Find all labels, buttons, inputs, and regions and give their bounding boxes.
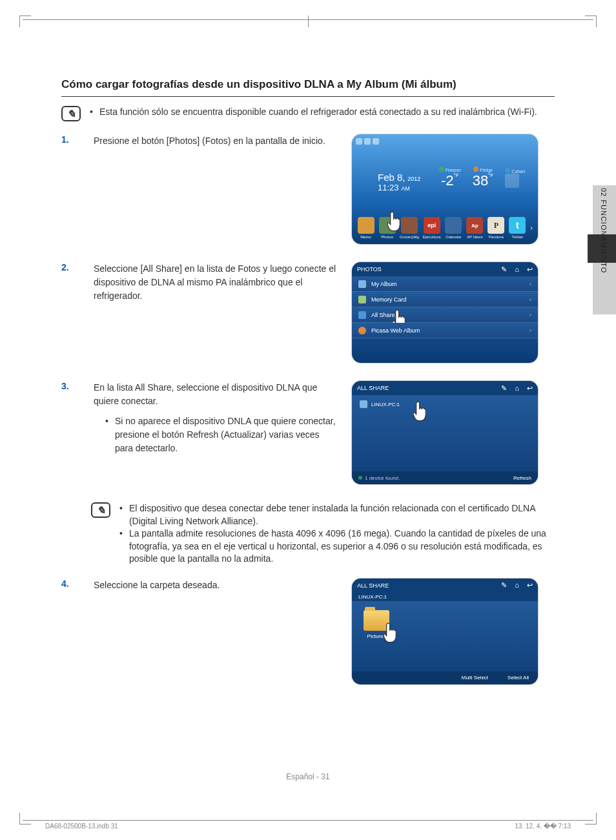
edit-icon: ✎ [501, 265, 507, 274]
step-number: 2. [61, 262, 81, 272]
multi-select-button[interactable]: Multi Select [462, 675, 488, 681]
status-dot-icon [358, 476, 362, 480]
panel-title: ALL SHARE [357, 582, 389, 589]
edit-icon: ✎ [501, 581, 507, 589]
refresh-button[interactable]: Refresh [513, 475, 531, 481]
page-number: Español - 31 [23, 772, 593, 781]
grocery-icon [401, 217, 418, 234]
step-number: 3. [61, 381, 81, 391]
allshare-icon [358, 311, 366, 319]
sdcard-icon [358, 296, 366, 303]
step-subtext: Si no aparece el dispositivo DNLA que qu… [115, 415, 339, 455]
device-label: LINUX-PC:1 [371, 402, 400, 407]
doc-timestamp: 13. 12. 4. �� 7:13 [515, 823, 571, 830]
time: 11:23 [378, 183, 399, 192]
year: 2012 [407, 176, 420, 182]
home-icon: ⌂ [515, 384, 519, 393]
back-icon: ↩ [527, 581, 533, 589]
note-text: Esta función sólo se encuentra disponibl… [99, 106, 537, 119]
back-icon: ↩ [527, 384, 533, 393]
folder-label: Pictures [364, 633, 389, 639]
screenshot-home: Feb 8, 2012 11:23 AM Freezer -2°F Fridge… [352, 134, 538, 244]
step-text: Presione el botón [Photos] (Fotos) en la… [94, 134, 339, 148]
screenshot-photos-list: PHOTOS ✎ ⌂ ↩ My Album› Memory Card› All … [352, 262, 538, 363]
note-text: El dispositivo que desea conectar debe t… [129, 502, 555, 528]
album-icon [358, 280, 366, 288]
panel-title: ALL SHARE [357, 385, 389, 391]
fridge-label: Fridge [480, 168, 493, 172]
breadcrumb: LINUX-PC:1 [352, 593, 538, 601]
apnews-icon: Ap [466, 217, 483, 234]
chevron-right-icon: › [530, 223, 533, 232]
side-tab-label: 02 FUNCIONAMIENTO [594, 188, 613, 312]
memo-icon [358, 217, 375, 234]
screenshot-allshare-devices: ALL SHARE ✎ ⌂ ↩ LINUX-PC:1 1 device foun… [352, 381, 538, 484]
date: Feb 8, [378, 172, 406, 183]
devices-found-label: 1 device found. [365, 475, 400, 481]
list-label: My Album [371, 281, 397, 287]
step-number: 4. [61, 579, 81, 589]
section-title: Cómo cargar fotografías desde un disposi… [61, 78, 555, 97]
list-label: Picasa Web Album [371, 327, 420, 334]
cubed-icon [505, 174, 519, 188]
picasa-icon [358, 327, 366, 334]
step-number: 1. [61, 134, 81, 145]
folder-icon [364, 610, 389, 631]
list-label: Memory Card [371, 296, 407, 303]
home-icon: ⌂ [515, 581, 519, 589]
chevron-right-icon: › [529, 281, 531, 287]
step-text: Seleccione la carpeta deseada. [94, 579, 339, 592]
note-text: La pantalla admite resoluciones de hasta… [129, 528, 555, 566]
step-text: Seleccione [All Share] en la lista de Fo… [94, 262, 339, 303]
ampm: AM [401, 185, 410, 192]
doc-filename: DA68-02500B-13.indb 31 [45, 823, 118, 830]
page-frame: 02 FUNCIONAMIENTO Cómo cargar fotografía… [23, 19, 593, 821]
cubed-label: Cubed [511, 169, 525, 174]
pandora-icon: P [488, 217, 504, 234]
home-icon: ⌂ [515, 265, 519, 274]
pc-icon [360, 400, 367, 408]
fridge-value: 38 [473, 172, 488, 189]
chevron-right-icon: › [529, 327, 531, 334]
calendar-icon [445, 217, 462, 234]
freezer-label: Freezer [446, 168, 461, 172]
step-text: En la lista All Share, seleccione el dis… [94, 381, 339, 408]
note-icon: ✎ [61, 106, 81, 121]
freezer-value: -2 [441, 172, 454, 189]
back-icon: ↩ [527, 265, 533, 274]
twitter-icon: t [509, 217, 526, 234]
panel-title: PHOTOS [357, 266, 382, 272]
hand-pointer-icon [411, 400, 431, 422]
epicurious-icon: epi [424, 217, 440, 234]
select-all-button[interactable]: Select All [508, 675, 529, 681]
edit-icon: ✎ [501, 384, 507, 393]
chevron-right-icon: › [529, 296, 531, 303]
photos-icon [379, 217, 396, 234]
screenshot-allshare-folders: ALL SHARE ✎ ⌂ ↩ LINUX-PC:1 Pictures [352, 579, 538, 684]
chevron-right-icon: › [529, 312, 531, 318]
list-label: All Share [371, 312, 395, 318]
note-icon: ✎ [91, 502, 110, 518]
